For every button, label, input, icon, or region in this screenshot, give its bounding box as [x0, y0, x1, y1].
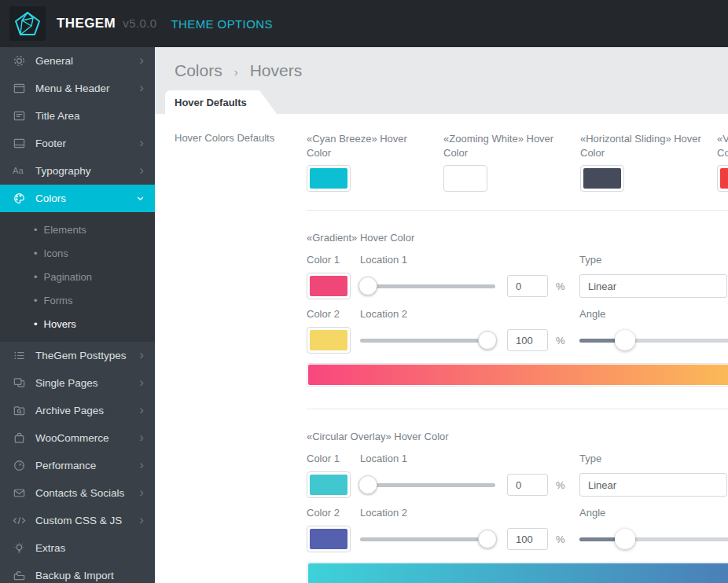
sidebar-item-label: Footer [35, 138, 139, 149]
chevron-right-icon: › [139, 513, 144, 526]
sidebar-item-colors[interactable]: Colors › [0, 185, 155, 212]
sidebar-item-label: Title Area [35, 110, 144, 122]
row-label: Hover Colors Defaults [155, 132, 307, 192]
sidebar-item-label: WooCommerce [35, 432, 139, 444]
chevron-right-icon: › [139, 136, 144, 149]
location1-input[interactable] [507, 474, 548, 496]
sidebar-subitem-hovers[interactable]: •Hovers [0, 312, 155, 336]
sidebar-item-single-pages[interactable]: Single Pages › [0, 369, 155, 397]
circular-color2-swatch[interactable] [307, 526, 351, 552]
color2-label: Color 2 [307, 507, 360, 526]
field-horizontal-sliding: «Horizontal Sliding» Hover Color [580, 132, 717, 192]
location2-slider[interactable] [360, 329, 495, 351]
sidebar-subitem-pagination[interactable]: •Pagination [0, 265, 155, 288]
tab-hover-defaults[interactable]: Hover Defaults [165, 90, 277, 114]
lightbulb-icon [12, 541, 27, 556]
footer-icon [12, 136, 27, 151]
sidebar-item-footer[interactable]: Footer › [0, 130, 155, 157]
sidebar-item-performance[interactable]: Performance › [0, 452, 155, 479]
section-title: «Circular Overlay» Hover Color [307, 431, 728, 442]
field-vertical-sliding: «Vertical Sliding» Hover Color [717, 132, 728, 192]
breadcrumb-parent[interactable]: Colors [175, 61, 222, 80]
field-label: «Zooming White» Hover Color [443, 132, 568, 165]
sidebar-item-label: Menu & Header [35, 82, 139, 94]
angle-slider[interactable] [579, 329, 728, 351]
sidebar-item-contacts-socials[interactable]: Contacts & Socials › [0, 479, 155, 507]
sidebar-item-typography[interactable]: Aa Typography › [0, 157, 155, 185]
circular-gradient-preview [307, 562, 728, 583]
percent-sign: % [556, 534, 565, 545]
slider-handle[interactable] [615, 529, 635, 549]
field-label: «Horizontal Sliding» Hover Color [580, 132, 704, 165]
chevron-right-icon: › [139, 81, 144, 94]
angle-label: Angle [579, 507, 728, 526]
sidebar-item-label: Colors [35, 192, 139, 204]
gem-icon [14, 11, 41, 36]
color-swatch-cyan-breeze[interactable] [307, 165, 351, 192]
slider-handle[interactable] [478, 530, 497, 548]
colors-submenu: •Elements •Icons •Pagination •Forms •Hov… [0, 212, 155, 342]
sidebar-item-label: TheGem Posttypes [35, 350, 139, 361]
sidebar-item-title-area[interactable]: Title Area [0, 102, 155, 130]
slider-handle[interactable] [358, 475, 377, 494]
subitem-label: Forms [44, 295, 73, 306]
field-label: «Vertical Sliding» Hover Color [717, 132, 728, 165]
location2-label: Location 2 [360, 308, 579, 327]
angle-slider[interactable] [579, 528, 728, 550]
location2-input[interactable] [507, 329, 548, 351]
location1-input[interactable] [507, 275, 548, 297]
sidebar-subitem-forms[interactable]: •Forms [0, 288, 155, 312]
document-icon [12, 108, 27, 123]
gradient-color2-swatch[interactable] [307, 327, 351, 354]
color-swatch-horizontal-sliding[interactable] [580, 165, 624, 192]
location1-slider[interactable] [360, 275, 495, 297]
list-icon [12, 348, 27, 363]
sidebar-item-label: Contacts & Socials [35, 487, 139, 499]
location2-slider[interactable] [360, 528, 495, 550]
circular-type-select[interactable]: Linear [579, 473, 727, 497]
gradient-color1-swatch[interactable] [307, 273, 351, 299]
chevron-right-icon: › [139, 376, 144, 389]
location2-input[interactable] [507, 528, 548, 550]
content-header: Colors › Hovers [155, 47, 728, 90]
sidebar-item-woocommerce[interactable]: WooCommerce › [0, 424, 155, 452]
slider-handle[interactable] [478, 331, 497, 350]
sidebar-item-general[interactable]: General › [0, 47, 155, 75]
color-swatch-vertical-sliding[interactable] [717, 165, 728, 192]
slider-handle[interactable] [615, 330, 635, 350]
sidebar-item-label: Typography [35, 165, 139, 177]
sidebar-item-menu-header[interactable]: Menu & Header › [0, 75, 155, 102]
gradient-type-select[interactable]: Linear [579, 274, 727, 298]
section-title: «Gradient» Hover Color [307, 232, 728, 244]
theme-options-link[interactable]: THEME OPTIONS [171, 17, 273, 31]
bullet-icon: • [34, 248, 38, 259]
location1-slider[interactable] [360, 474, 495, 496]
slider-handle[interactable] [358, 277, 377, 295]
breadcrumb-current: Hovers [250, 61, 303, 80]
sidebar-subitem-elements[interactable]: •Elements [0, 218, 155, 241]
content-area: Colors › Hovers Hover Defaults Hover Col… [155, 47, 728, 583]
sidebar-item-label: Performance [35, 460, 139, 471]
sidebar-item-thegem-posttypes[interactable]: TheGem Posttypes › [0, 342, 155, 369]
brand-name: THEGEM [57, 16, 116, 31]
sidebar-subitem-icons[interactable]: •Icons [0, 241, 155, 265]
sidebar-item-custom-css-js[interactable]: Custom CSS & JS › [0, 507, 155, 534]
percent-sign: % [556, 280, 565, 292]
angle-label: Angle [579, 308, 728, 327]
thegem-logo [9, 6, 46, 41]
subitem-label: Elements [44, 224, 86, 236]
sidebar-item-archive-pages[interactable]: Archive Pages › [0, 397, 155, 424]
type-label: Type [579, 453, 728, 471]
pages-icon [12, 376, 27, 390]
sidebar-item-backup-import[interactable]: Backup & Import [0, 562, 155, 583]
sidebar-item-label: Single Pages [35, 377, 139, 389]
circular-color1-swatch[interactable] [307, 471, 351, 498]
sidebar-item-extras[interactable]: Extras [0, 534, 155, 562]
chevron-right-icon: › [139, 348, 144, 361]
percent-sign: % [556, 335, 565, 346]
sidebar-item-label: Backup & Import [35, 570, 144, 581]
subitem-label: Icons [44, 248, 68, 259]
sidebar-item-label: Extras [35, 542, 144, 554]
color-swatch-zooming-white[interactable] [443, 165, 487, 192]
gauge-icon [12, 458, 27, 473]
